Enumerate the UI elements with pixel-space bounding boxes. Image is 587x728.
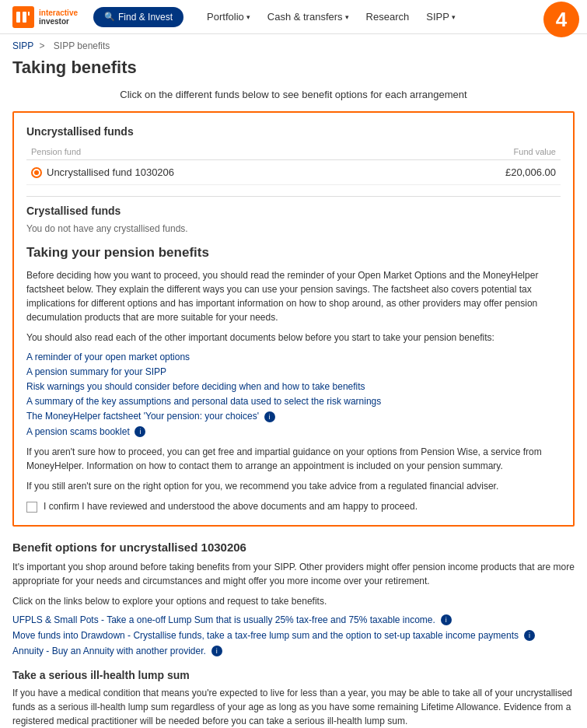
ill-health-heading: Take a serious ill-health lump sum [12, 669, 575, 681]
confirm-checkbox-row: I confirm I have reviewed and understood… [26, 501, 561, 513]
instruction-text: Click on the different funds below to se… [12, 89, 575, 100]
breadcrumb-sipp-link[interactable]: SIPP [12, 40, 33, 51]
annuity-link[interactable]: Annuity - Buy an Annuity with another pr… [12, 646, 206, 656]
document-links: A reminder of your open market options A… [26, 351, 561, 437]
chevron-down-icon: ▾ [345, 13, 349, 21]
pension-para1: Before deciding how you want to proceed,… [26, 268, 561, 324]
benefit-options-section: Benefit options for uncrystallised 10302… [12, 541, 575, 656]
link-risk-warnings[interactable]: Risk warnings you should consider before… [26, 381, 365, 392]
ufpls-link[interactable]: UFPLS & Small Pots - Take a one-off Lump… [12, 614, 435, 625]
uncrystallised-heading: Uncrystallised funds [26, 125, 561, 138]
main-nav: Portfolio ▾ Cash & transfers ▾ Research … [199, 8, 463, 26]
breadcrumb-current: SIPP benefits [54, 40, 110, 51]
svg-rect-2 [28, 12, 30, 16]
link-scams-booklet[interactable]: A pension scams booklet [26, 426, 130, 437]
list-item: Risk warnings you should consider before… [26, 380, 561, 392]
nav-cash-transfers[interactable]: Cash & transfers ▾ [260, 8, 357, 26]
link-moneyhelper-factsheet[interactable]: The MoneyHelper factsheet 'Your pension:… [26, 411, 259, 422]
benefit-options-heading: Benefit options for uncrystallised 10302… [12, 541, 575, 554]
radio-button[interactable] [31, 167, 42, 178]
benefit-para2: Click on the links below to explore your… [12, 594, 575, 608]
link-pension-summary[interactable]: A pension summary for your SIPP [26, 366, 166, 377]
step-badge: 4 [543, 2, 579, 37]
svg-rect-0 [16, 12, 20, 23]
link-open-market[interactable]: A reminder of your open market options [26, 352, 190, 362]
crystallised-text: You do not have any crystallised funds. [26, 223, 561, 234]
pension-benefits-heading: Taking your pension benefits [26, 245, 561, 261]
ill-health-section: Take a serious ill-health lump sum If yo… [12, 669, 575, 728]
table-row[interactable]: Uncrystallised fund 1030206 £20,006.00 [26, 160, 561, 185]
info-icon[interactable]: i [524, 630, 535, 641]
ufpls-link-block: UFPLS & Small Pots - Take a one-off Lump… [12, 614, 575, 625]
svg-rect-1 [23, 12, 26, 23]
link-key-assumptions[interactable]: A summary of the key assumptions and per… [26, 396, 381, 407]
confirm-checkbox[interactable] [26, 502, 37, 513]
pension-para3: If you aren't sure how to proceed, you c… [26, 445, 561, 473]
logo-icon [12, 6, 34, 28]
fund-value-cell: £20,006.00 [410, 160, 561, 185]
fund-name-cell: Uncrystallised fund 1030206 [26, 160, 410, 185]
col-pension-fund: Pension fund [26, 144, 410, 160]
nav-portfolio[interactable]: Portfolio ▾ [199, 8, 258, 26]
list-item: A reminder of your open market options [26, 351, 561, 362]
ill-health-para1: If you have a medical condition that mea… [12, 686, 575, 728]
crystallised-heading: Crystallised funds [26, 205, 561, 217]
benefit-para1: It's important you shop around before ta… [12, 560, 575, 588]
search-icon: 🔍 [104, 12, 115, 22]
nav-research[interactable]: Research [358, 8, 418, 26]
orange-box: Uncrystallised funds Pension fund Fund v… [12, 111, 575, 527]
col-fund-value: Fund value [410, 144, 561, 160]
fund-table: Pension fund Fund value Uncrystallised f… [26, 144, 561, 185]
pension-para4: If you still aren't sure on the right op… [26, 479, 561, 493]
page-title: Taking benefits [0, 54, 587, 89]
info-icon[interactable]: i [211, 646, 222, 656]
find-invest-button[interactable]: 🔍 Find & Invest [93, 7, 183, 27]
list-item: A summary of the key assumptions and per… [26, 395, 561, 407]
breadcrumb-separator: > [39, 40, 47, 51]
logo-text: interactive investor [39, 9, 78, 26]
list-item: A pension scams booklet i [26, 425, 561, 438]
confirm-label: I confirm I have reviewed and understood… [44, 501, 418, 512]
chevron-down-icon: ▾ [452, 13, 456, 21]
breadcrumb: SIPP > SIPP benefits [0, 34, 587, 54]
info-icon[interactable]: i [264, 411, 275, 422]
crystallised-section: Crystallised funds You do not have any c… [26, 205, 561, 234]
main-content: Click on the different funds below to se… [0, 89, 587, 728]
drawdown-link-block: Move funds into Drawdown - Crystallise f… [12, 630, 575, 641]
info-icon[interactable]: i [135, 426, 145, 437]
nav-sipp[interactable]: SIPP ▾ [418, 8, 463, 26]
list-item: A pension summary for your SIPP [26, 366, 561, 377]
list-item: The MoneyHelper factsheet 'Your pension:… [26, 410, 561, 422]
drawdown-link[interactable]: Move funds into Drawdown - Crystallise f… [12, 630, 519, 641]
fund-name: Uncrystallised fund 1030206 [47, 166, 174, 178]
logo-area: interactive investor [12, 6, 78, 28]
chevron-down-icon: ▾ [246, 13, 250, 21]
info-icon[interactable]: i [441, 614, 452, 625]
pension-para2: You should also read each of the other i… [26, 331, 561, 345]
annuity-link-block: Annuity - Buy an Annuity with another pr… [12, 646, 575, 656]
header: interactive investor 🔍 Find & Invest Por… [0, 0, 587, 34]
